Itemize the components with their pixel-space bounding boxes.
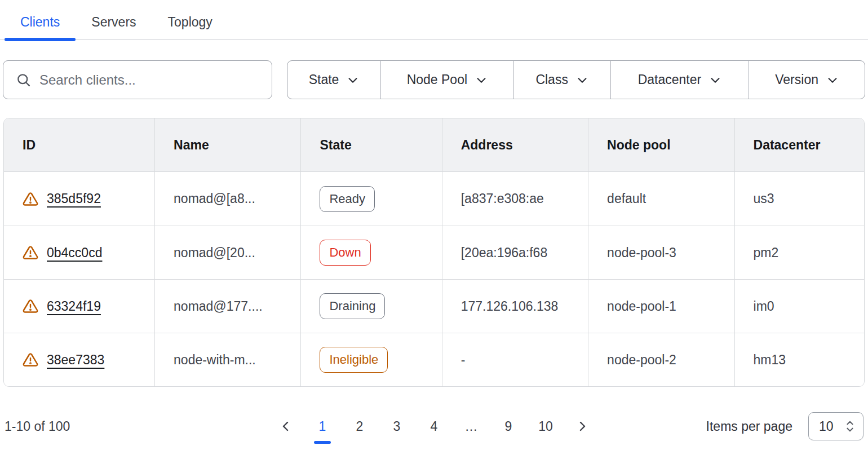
- client-node-pool: node-pool-2: [588, 333, 734, 386]
- state-badge: Ready: [320, 186, 375, 212]
- column-header-id: ID: [4, 118, 154, 172]
- warning-triangle-icon: [23, 352, 38, 368]
- chevron-down-icon: [475, 74, 488, 86]
- column-header-name: Name: [154, 118, 300, 172]
- page-button-1[interactable]: 1: [315, 419, 330, 434]
- table-header-row: ID Name State Address Node pool Datacent…: [4, 118, 864, 172]
- table-row: 385d5f92 nomad@[a8... Ready [a837:e308:a…: [4, 172, 864, 226]
- warning-triangle-icon: [23, 298, 38, 314]
- page-button-10[interactable]: 10: [538, 419, 553, 434]
- search-box[interactable]: [3, 60, 272, 99]
- column-header-address: Address: [442, 118, 588, 172]
- page-button-4[interactable]: 4: [427, 419, 441, 434]
- chevron-down-icon: [576, 74, 588, 86]
- select-caret-icon: [844, 419, 856, 434]
- filter-datacenter-label: Datacenter: [638, 72, 702, 87]
- search-icon: [16, 72, 32, 88]
- client-address: [a837:e308:ae: [442, 172, 588, 226]
- client-name: node-with-m...: [154, 333, 300, 386]
- pagination-bar: 1-10 of 100 1 2 3 4 … 9 10 Items per pag…: [5, 412, 863, 440]
- state-badge: Down: [320, 240, 370, 266]
- tab-bar: Clients Servers Toplogy: [0, 8, 868, 40]
- client-name: nomad@[20...: [154, 226, 300, 279]
- client-node-pool: default: [588, 172, 734, 226]
- filter-node-pool-label: Node Pool: [407, 72, 467, 87]
- filter-state[interactable]: State: [287, 61, 380, 99]
- client-address: 177.126.106.138: [442, 279, 588, 333]
- clients-table: ID Name State Address Node pool Datacent…: [3, 118, 865, 387]
- tab-clients[interactable]: Clients: [5, 8, 76, 39]
- client-address: -: [442, 333, 588, 386]
- warning-triangle-icon: [23, 245, 38, 261]
- toolbar: State Node Pool Class Datacenter Version: [3, 60, 865, 99]
- column-header-node-pool: Node pool: [588, 118, 734, 172]
- items-per-page-select[interactable]: 10: [808, 412, 863, 440]
- client-id-link[interactable]: 38ee7383: [47, 352, 104, 368]
- client-address: [20ea:196a:f68: [442, 226, 588, 279]
- page-button-9[interactable]: 9: [501, 419, 516, 434]
- filter-state-label: State: [309, 72, 339, 87]
- filter-class[interactable]: Class: [513, 61, 610, 99]
- page-ellipsis: …: [464, 419, 479, 434]
- filter-node-pool[interactable]: Node Pool: [380, 61, 513, 99]
- client-node-pool: node-pool-1: [588, 279, 734, 333]
- warning-triangle-icon: [23, 191, 38, 207]
- chevron-down-icon: [826, 74, 839, 86]
- client-datacenter: pm2: [734, 226, 864, 279]
- page-button-3[interactable]: 3: [389, 419, 404, 434]
- client-node-pool: node-pool-3: [588, 226, 734, 279]
- table-row: 0b4cc0cd nomad@[20... Down [20ea:196a:f6…: [4, 226, 864, 279]
- tab-servers[interactable]: Servers: [76, 8, 152, 39]
- filter-version[interactable]: Version: [749, 61, 865, 99]
- filter-version-label: Version: [775, 72, 818, 87]
- items-per-page-value: 10: [819, 419, 834, 434]
- client-datacenter: hm13: [734, 333, 864, 386]
- chevron-left-icon[interactable]: [279, 420, 293, 433]
- column-header-state: State: [300, 118, 441, 172]
- client-id-link[interactable]: 385d5f92: [47, 191, 101, 206]
- table-row: 63324f19 nomad@177.... Draining 177.126.…: [4, 279, 864, 333]
- chevron-down-icon: [347, 74, 359, 86]
- items-per-page-label: Items per page: [706, 419, 792, 434]
- page-button-2[interactable]: 2: [352, 419, 367, 434]
- chevron-right-icon[interactable]: [575, 420, 589, 433]
- chevron-down-icon: [709, 74, 721, 86]
- search-input[interactable]: [39, 72, 262, 88]
- table-row: 38ee7383 node-with-m... Ineligible - nod…: [4, 333, 864, 386]
- client-id-link[interactable]: 0b4cc0cd: [47, 245, 102, 261]
- state-badge: Draining: [320, 293, 385, 319]
- state-badge: Ineligible: [320, 347, 388, 373]
- client-name: nomad@[a8...: [154, 172, 300, 226]
- client-id-link[interactable]: 63324f19: [47, 299, 101, 314]
- client-datacenter: us3: [734, 172, 864, 226]
- filter-datacenter[interactable]: Datacenter: [610, 61, 749, 99]
- filter-class-label: Class: [535, 72, 568, 87]
- tab-topology[interactable]: Toplogy: [152, 8, 228, 39]
- column-header-datacenter: Datacenter: [734, 118, 864, 172]
- filter-group: State Node Pool Class Datacenter Version: [287, 60, 865, 99]
- client-datacenter: im0: [734, 279, 864, 333]
- pagination-range: 1-10 of 100: [5, 419, 279, 434]
- pager: 1 2 3 4 … 9 10: [279, 419, 589, 434]
- client-name: nomad@177....: [154, 279, 300, 333]
- items-per-page: Items per page 10: [589, 412, 863, 440]
